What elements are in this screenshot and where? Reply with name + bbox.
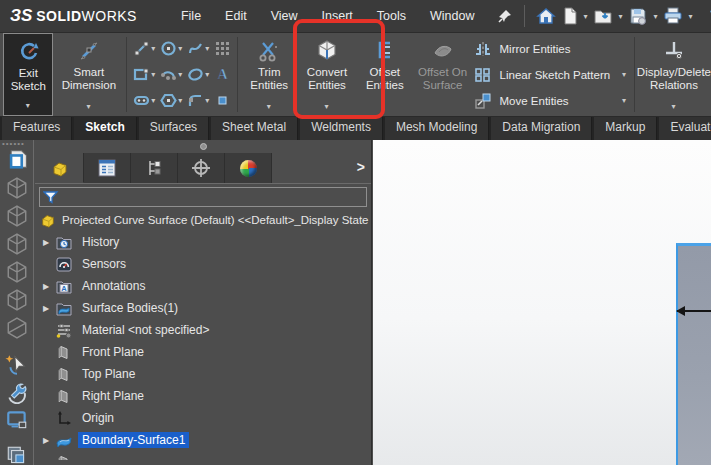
menu-window[interactable]: Window — [418, 5, 486, 27]
rectangle-icon — [133, 66, 150, 83]
select-tool-icon[interactable] — [5, 352, 29, 376]
dropdown-arrow[interactable]: ▾ — [86, 100, 90, 113]
offset-entities-button[interactable]: Offset Entities — [356, 33, 414, 116]
tree-item-material[interactable]: Material <not specified> — [35, 319, 371, 341]
tree-item-boundary-surface1[interactable]: ▶ Boundary-Surface1 — [35, 429, 371, 451]
offset-entities-label: Offset Entities — [356, 66, 414, 92]
rectangle-tool[interactable]: ▾ — [133, 62, 158, 88]
expand-arrow-icon[interactable]: ▶ — [43, 304, 55, 313]
text-tool[interactable]: A — [214, 62, 231, 88]
tree-filter-box[interactable] — [39, 187, 367, 207]
tree-item-right-plane[interactable]: Right Plane — [35, 385, 371, 407]
dimxpertmanager-tab[interactable] — [178, 153, 225, 183]
expand-arrow-icon[interactable]: ▶ — [43, 436, 55, 445]
tree-item-annotations[interactable]: ▶ A Annotations — [35, 275, 371, 297]
home-icon[interactable] — [533, 5, 559, 27]
expand-arrow-icon[interactable]: ▶ — [43, 282, 55, 291]
menu-tools[interactable]: Tools — [365, 5, 418, 27]
open-icon[interactable] — [590, 5, 616, 27]
tab-sheet-metal[interactable]: Sheet Metal — [211, 117, 298, 140]
dropdown-arrow[interactable]: ▾ — [583, 12, 587, 21]
menu-view[interactable]: View — [259, 5, 310, 27]
tab-surfaces[interactable]: Surfaces — [139, 117, 209, 140]
tab-weldments[interactable]: Weldments — [300, 117, 383, 140]
dropdown-arrow[interactable]: ▾ — [622, 70, 626, 79]
propertymanager-tab[interactable] — [84, 153, 131, 183]
dropdown-arrow[interactable]: ▾ — [267, 100, 271, 113]
arc-tool[interactable]: ▾ — [160, 62, 185, 88]
tree-item-top-plane[interactable]: Top Plane — [35, 363, 371, 385]
point-tool[interactable] — [214, 88, 231, 114]
tab-features[interactable]: Features — [2, 117, 72, 140]
view-cube-icon[interactable] — [5, 288, 29, 312]
panel-splitter-handle[interactable] — [35, 140, 371, 153]
tree-item-label: Material <not specified> — [78, 322, 213, 338]
menu-edit[interactable]: Edit — [213, 5, 259, 27]
part-surface[interactable] — [676, 243, 711, 465]
tab-sketch[interactable]: Sketch — [74, 117, 136, 140]
svg-text:A: A — [61, 284, 67, 293]
tree-filter-input[interactable] — [59, 191, 366, 203]
view-cube-icon[interactable] — [5, 204, 29, 228]
convert-entities-button[interactable]: Convert Entities ▾ — [298, 33, 356, 116]
save-icon[interactable] — [625, 5, 651, 27]
toolbar-grip[interactable]: •••••• — [2, 139, 25, 148]
tree-item-front-plane[interactable]: Front Plane — [35, 341, 371, 363]
tree-item-surface-bodies[interactable]: ▶ Surface Bodies(1) — [35, 297, 371, 319]
tree-item-label: Annotations — [78, 278, 149, 294]
separator — [634, 37, 635, 112]
sketch-settings-icon[interactable] — [5, 380, 29, 404]
dropdown-arrow[interactable]: ▾ — [622, 96, 626, 105]
dropdown-arrow[interactable]: ▾ — [26, 99, 30, 112]
fillet-tool[interactable]: ▾ — [187, 88, 212, 114]
dropdown-arrow[interactable]: ▾ — [653, 12, 657, 21]
display-delete-relations-button[interactable]: Display/Delete Relations ▾ — [637, 33, 711, 116]
undo-icon[interactable] — [696, 5, 711, 27]
line-tool[interactable]: ▾ — [133, 36, 158, 62]
tree-item-clipped[interactable] — [35, 451, 371, 460]
normal-to-view-icon[interactable] — [4, 146, 30, 172]
slot-tool[interactable]: ▾ — [133, 88, 158, 114]
tab-markup[interactable]: Markup — [594, 117, 657, 140]
tree-item-history[interactable]: ▶ History — [35, 231, 371, 253]
pattern-tool[interactable] — [214, 36, 231, 62]
tab-mesh-modeling[interactable]: Mesh Modeling — [385, 117, 489, 140]
expand-arrow-icon[interactable]: ▶ — [43, 238, 55, 247]
new-document-icon[interactable] — [559, 5, 581, 27]
tree-item-origin[interactable]: Origin — [35, 407, 371, 429]
featuremanager-design-tree-tab[interactable] — [37, 153, 84, 183]
tab-evaluate[interactable]: Evaluate — [659, 117, 711, 140]
polygon-tool[interactable]: ▾ — [160, 88, 185, 114]
tree-root-item[interactable]: Projected Curve Surface (Default) <<Defa… — [35, 209, 371, 231]
graphics-viewport[interactable] — [373, 140, 711, 465]
exit-sketch-button[interactable]: Exit Sketch ▾ — [3, 33, 53, 116]
tree-item-sensors[interactable]: Sensors — [35, 253, 371, 275]
dropdown-arrow[interactable]: ▾ — [324, 100, 328, 113]
smart-dimension-button[interactable]: Smart Dimension ▾ — [53, 33, 124, 116]
configurationmanager-tab[interactable] — [131, 153, 178, 183]
dropdown-arrow[interactable]: ▾ — [671, 100, 675, 113]
section-view-icon[interactable] — [5, 316, 29, 340]
ellipse-tool[interactable]: ▾ — [187, 62, 212, 88]
print-icon[interactable] — [660, 5, 686, 27]
circle-tool[interactable]: ▾ — [160, 36, 185, 62]
collapse-panel-arrow[interactable]: > — [357, 159, 365, 175]
trim-entities-button[interactable]: Trim Entities ▾ — [240, 33, 298, 116]
displaymanager-tab[interactable] — [225, 153, 272, 183]
menu-file[interactable]: File — [169, 5, 213, 27]
pin-icon[interactable] — [494, 6, 516, 26]
menu-insert[interactable]: Insert — [310, 5, 365, 27]
dropdown-arrow[interactable]: ▾ — [618, 12, 622, 21]
view-cube-icon[interactable] — [5, 176, 29, 200]
slot-icon — [133, 92, 150, 109]
layers-icon[interactable] — [5, 444, 29, 465]
linear-sketch-pattern-button[interactable]: Linear Sketch Pattern ▾ — [472, 62, 632, 88]
view-cube-icon[interactable] — [5, 232, 29, 256]
move-entities-button[interactable]: Move Entities ▾ — [472, 88, 632, 114]
view-cube-icon[interactable] — [5, 260, 29, 284]
viewport-settings-icon[interactable] — [5, 408, 29, 432]
tab-data-migration[interactable]: Data Migration — [491, 117, 592, 140]
dropdown-arrow[interactable]: ▾ — [688, 12, 692, 21]
spline-tool[interactable]: ▾ — [187, 36, 212, 62]
mirror-entities-button[interactable]: Mirror Entities — [472, 36, 632, 62]
